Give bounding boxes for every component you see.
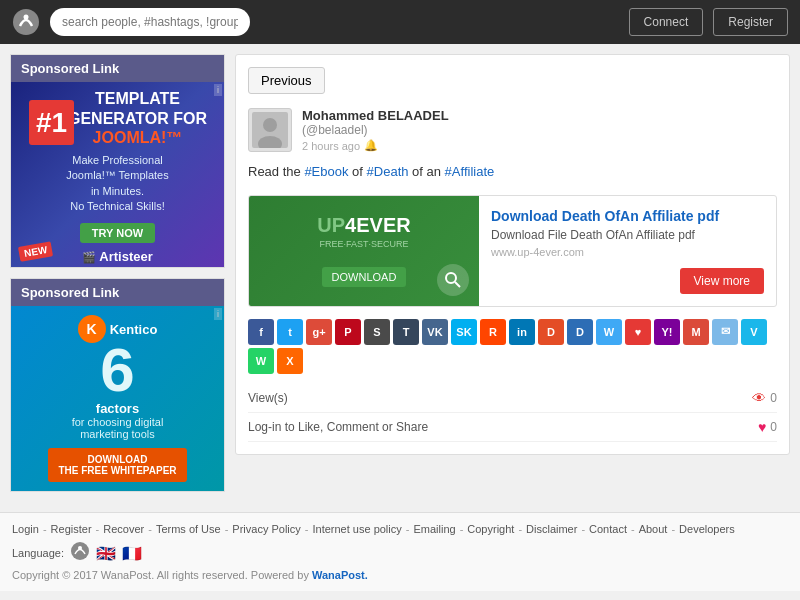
stumbleupon-share-button[interactable]: S: [364, 319, 390, 345]
post-header: Mohammed BELAADEL (@belaadel) 2 hours ag…: [248, 108, 777, 152]
email2-share-button[interactable]: ✉: [712, 319, 738, 345]
likes-count: ♥ 0: [758, 419, 777, 435]
view-more-button[interactable]: View more: [680, 268, 764, 294]
link-preview: UPUP4EVER4EVER FREE·FAST·SECURE DOWNLOAD: [248, 195, 777, 307]
post-handle: (@belaadel): [302, 123, 449, 137]
flag-fr[interactable]: 🇫🇷: [122, 544, 142, 563]
ad1-title: TEMPLATE GENERATOR FOR JOOMLA!™: [68, 89, 207, 147]
views-row: View(s) 👁 0: [248, 384, 777, 413]
link-desc: Download File Death OfAn Affiliate pdf: [491, 228, 764, 242]
footer-link-contact[interactable]: Contact: [589, 523, 627, 535]
death-link[interactable]: #Death: [367, 164, 409, 179]
views-count: 👁 0: [752, 390, 777, 406]
viber-share-button[interactable]: V: [741, 319, 767, 345]
eye-icon: 👁: [752, 390, 766, 406]
footer-separator: -: [516, 523, 524, 535]
footer-link-privacy-policy[interactable]: Privacy Policy: [232, 523, 300, 535]
footer-separator: -: [94, 523, 102, 535]
download-whitepaper-button[interactable]: DOWNLOAD THE FREE WHITEPAPER: [48, 448, 186, 482]
footer-link-recover[interactable]: Recover: [103, 523, 144, 535]
twitter-share-button[interactable]: t: [277, 319, 303, 345]
digg2-share-button[interactable]: D: [538, 319, 564, 345]
heart-icon: ♥: [758, 419, 766, 435]
logo-icon: [12, 8, 40, 36]
main-content: Previous Mohammed BELAADEL (@belaadel) 2…: [235, 54, 790, 502]
whatsapp-share-button[interactable]: W: [248, 348, 274, 374]
svg-point-7: [71, 542, 89, 560]
link-preview-info: Download Death OfAn Affiliate pdf Downlo…: [479, 196, 776, 306]
login-row[interactable]: Log-in to Like, Comment or Share ♥ 0: [248, 413, 777, 442]
previous-button[interactable]: Previous: [248, 67, 325, 94]
google-plus-share-button[interactable]: g+: [306, 319, 332, 345]
footer-copyright: Copyright © 2017 WanaPost. All rights re…: [12, 569, 788, 581]
login-prompt[interactable]: Log-in to Like, Comment or Share: [248, 420, 428, 434]
wechat-share-button[interactable]: W: [596, 319, 622, 345]
link-url: www.up-4ever.com: [491, 246, 764, 258]
factors-text: factors: [96, 401, 139, 416]
footer-separator: -: [669, 523, 677, 535]
post-text: Read the #Ebook of #Death of an #Affilia…: [248, 162, 777, 183]
yahoo-share-button[interactable]: Y!: [654, 319, 680, 345]
sponsored-title-1: Sponsored Link: [11, 55, 224, 82]
search-input[interactable]: [50, 8, 250, 36]
svg-point-1: [24, 15, 29, 20]
post-time: 2 hours ago 🔔: [302, 139, 449, 152]
footer-link-emailing[interactable]: Emailing: [413, 523, 455, 535]
footer-link-copyright[interactable]: Copyright: [467, 523, 514, 535]
facebook-share-button[interactable]: f: [248, 319, 274, 345]
footer-link-login[interactable]: Login: [12, 523, 39, 535]
footer: Login - Register - Recover - Terms of Us…: [0, 512, 800, 591]
register-button[interactable]: Register: [713, 8, 788, 36]
reddit-share-button[interactable]: R: [480, 319, 506, 345]
footer-separator: -: [629, 523, 637, 535]
search-icon: [437, 264, 469, 296]
flag-uk[interactable]: 🇬🇧: [96, 544, 116, 563]
footer-link-about[interactable]: About: [639, 523, 668, 535]
ad-banner-1[interactable]: i #1 TEMPLATE GENERATOR FOR JOOMLA!™ Mak…: [11, 82, 224, 267]
svg-point-3: [263, 118, 277, 132]
pinterest-share-button[interactable]: P: [335, 319, 361, 345]
ad-info-icon: i: [214, 84, 222, 96]
link-title[interactable]: Download Death OfAn Affiliate pdf: [491, 208, 764, 224]
footer-link-terms-of-use[interactable]: Terms of Use: [156, 523, 221, 535]
body-layout: Sponsored Link i #1 TEMPLATE GENERATOR F…: [0, 44, 800, 512]
social-buttons: ftg+PSTVKSKRinDDW♥Y!M✉VWX: [248, 319, 777, 374]
svg-point-0: [13, 9, 39, 35]
footer-link-disclaimer[interactable]: Disclaimer: [526, 523, 577, 535]
connect-button[interactable]: Connect: [629, 8, 704, 36]
language-label: Language:: [12, 547, 64, 559]
factors-sub1: for choosing digital: [72, 416, 164, 428]
sponsored-block-1: Sponsored Link i #1 TEMPLATE GENERATOR F…: [10, 54, 225, 268]
new-badge: NEW: [18, 241, 53, 262]
try-now-button[interactable]: TRY NOW: [80, 223, 155, 243]
tumblr-share-button[interactable]: T: [393, 319, 419, 345]
post-username: Mohammed BELAADEL: [302, 108, 449, 123]
footer-brand: WanaPost.: [312, 569, 368, 581]
factors-sub2: marketing tools: [80, 428, 155, 440]
footer-separator: -: [579, 523, 587, 535]
footer-links: Login - Register - Recover - Terms of Us…: [12, 523, 788, 535]
footer-separator: -: [223, 523, 231, 535]
artisteer-logo: 🎬 Artisteer: [82, 249, 153, 264]
xing-share-button[interactable]: X: [277, 348, 303, 374]
digg-share-button[interactable]: D: [567, 319, 593, 345]
skype-share-button[interactable]: SK: [451, 319, 477, 345]
ad2-info-icon: i: [214, 308, 222, 320]
footer-link-internet-use-policy[interactable]: Internet use policy: [312, 523, 401, 535]
footer-link-developers[interactable]: Developers: [679, 523, 735, 535]
svg-point-5: [446, 273, 456, 283]
sponsored-block-2: Sponsored Link i K Kentico 6 factors for…: [10, 278, 225, 492]
vk-share-button[interactable]: VK: [422, 319, 448, 345]
download-button[interactable]: DOWNLOAD: [322, 267, 407, 287]
ad-banner-2[interactable]: i K Kentico 6 factors for choosing digit…: [11, 306, 224, 491]
hearts-share-button[interactable]: ♥: [625, 319, 651, 345]
ad1-subtitle: Make Professional Joomla!™ Templates in …: [66, 153, 169, 215]
footer-link-register[interactable]: Register: [51, 523, 92, 535]
footer-separator: -: [303, 523, 311, 535]
affiliate-link[interactable]: #Affiliate: [445, 164, 495, 179]
clock-icon: 🔔: [364, 139, 378, 152]
gmail-share-button[interactable]: M: [683, 319, 709, 345]
linkedin-share-button[interactable]: in: [509, 319, 535, 345]
ebook-link[interactable]: #Ebook: [304, 164, 348, 179]
up4ever-brand: UPUP4EVER4EVER: [317, 214, 410, 237]
